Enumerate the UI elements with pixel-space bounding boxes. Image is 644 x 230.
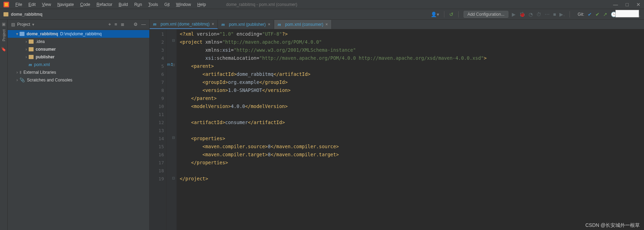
tab-pom-root[interactable]: m pom.xml (dome_rabbitmq) ×: [150, 20, 218, 29]
chevron-down-icon[interactable]: ▾: [15, 31, 20, 36]
menu-bar: File Edit View Navigate Code Refactor Bu…: [0, 0, 644, 9]
tree-module-consumer[interactable]: › consumer: [8, 45, 149, 53]
git-commit-icon[interactable]: ✔: [595, 12, 600, 17]
tree-module-publisher[interactable]: › publisher: [8, 53, 149, 61]
maximize-icon[interactable]: □: [626, 2, 629, 7]
stop-icon[interactable]: ■: [553, 12, 556, 17]
collapse-all-icon[interactable]: ≣: [121, 22, 124, 27]
close-tab-icon[interactable]: ×: [268, 22, 270, 27]
build-hammer-icon[interactable]: ↺: [449, 12, 453, 17]
menu-git[interactable]: Git: [164, 2, 170, 7]
maven-file-icon: m: [278, 22, 281, 27]
chevron-right-icon[interactable]: ›: [24, 55, 29, 59]
navigation-bar: dome_rabbitmq 👤▾ ↺ Add Configuration... …: [0, 9, 644, 20]
project-icon: [20, 32, 24, 36]
editor-body: 12345678910111213141516171819 m↥ ⊟ ⊟ ⊟ ⊡…: [150, 29, 644, 230]
rail-project-label[interactable]: Project: [2, 29, 6, 41]
tree-scratches[interactable]: › 📎 Scratches and Consoles: [8, 76, 149, 84]
tab-pom-consumer[interactable]: m pom.xml (consumer) ×: [274, 20, 332, 29]
main-area: ▣ Project 🔖 ▤ Project ▾ ⌖ ≡ ≣ ⚙ — ▾ dome…: [0, 20, 644, 230]
select-opened-file-icon[interactable]: ⌖: [108, 22, 111, 27]
menu-edit[interactable]: Edit: [28, 2, 36, 7]
debug-icon[interactable]: 🐞: [519, 12, 525, 17]
git-label: Git:: [578, 12, 584, 17]
git-push-icon[interactable]: ↗: [603, 12, 607, 17]
menu-file[interactable]: File: [15, 2, 22, 7]
close-tab-icon[interactable]: ×: [325, 22, 328, 27]
panel-settings-icon[interactable]: ⚙: [134, 22, 138, 27]
libraries-icon: ⫴: [20, 70, 21, 75]
chevron-right-icon[interactable]: ›: [15, 78, 20, 82]
line-number-gutter[interactable]: 12345678910111213141516171819: [150, 29, 166, 230]
editor-tabs: m pom.xml (dome_rabbitmq) × m pom.xml (p…: [150, 20, 644, 29]
maven-file-icon: m: [153, 22, 156, 27]
menu-code[interactable]: Code: [80, 2, 90, 7]
project-view-chevron-icon[interactable]: ▾: [32, 22, 34, 27]
rail-project-icon[interactable]: ▣: [2, 22, 6, 27]
folder-icon: [29, 39, 34, 44]
scratches-icon: 📎: [20, 78, 25, 82]
expand-all-icon[interactable]: ≡: [114, 22, 117, 27]
close-tab-icon[interactable]: ×: [212, 22, 214, 27]
code-editor[interactable]: <?xml version="1.0" encoding="UTF-8"?> <…: [177, 29, 644, 230]
tree-external-libraries[interactable]: › ⫴ External Libraries: [8, 69, 149, 76]
menu-navigate[interactable]: Navigate: [57, 2, 74, 7]
window-title: dome_rabbitmq - pom.xml (consumer): [226, 2, 297, 7]
coverage-icon[interactable]: ◔: [529, 12, 533, 17]
add-configuration-button[interactable]: Add Configuration...: [464, 11, 508, 18]
menu-run[interactable]: Run: [134, 2, 142, 7]
chevron-right-icon[interactable]: ›: [24, 47, 29, 52]
profile-icon[interactable]: ⏱: [536, 12, 541, 17]
minimize-icon[interactable]: —: [613, 2, 618, 7]
project-view-icon: ▤: [11, 22, 15, 27]
git-update-icon[interactable]: ✔: [588, 12, 592, 17]
menu-tools[interactable]: Tools: [148, 2, 158, 7]
menu-refactor[interactable]: Refactor: [96, 2, 112, 7]
chevron-right-icon[interactable]: ›: [24, 39, 29, 44]
maven-file-icon: m: [29, 62, 32, 67]
chevron-right-icon[interactable]: ›: [15, 70, 20, 75]
maven-file-icon: m: [221, 22, 224, 27]
breadcrumb-project[interactable]: dome_rabbitmq: [3, 12, 42, 17]
module-icon: [29, 47, 34, 51]
left-tool-rail: ▣ Project 🔖: [0, 20, 8, 230]
fold-gutter[interactable]: m↥ ⊟ ⊟ ⊟ ⊡: [166, 29, 177, 230]
tab-pom-publisher[interactable]: m pom.xml (publisher) ×: [218, 20, 274, 29]
tree-root-project[interactable]: ▾ dome_rabbitmq D:\mq\dome_rabbitmq: [8, 30, 149, 38]
run-icon[interactable]: ▶: [512, 12, 516, 17]
folder-icon: [3, 12, 8, 16]
menu-window[interactable]: Window: [176, 2, 191, 7]
module-icon: [29, 55, 34, 59]
project-tree[interactable]: ▾ dome_rabbitmq D:\mq\dome_rabbitmq › .i…: [8, 29, 149, 230]
menu-build[interactable]: Build: [119, 2, 128, 7]
project-tool-window: ▤ Project ▾ ⌖ ≡ ≣ ⚙ — ▾ dome_rabbitmq D:…: [8, 20, 150, 230]
run-anything-icon[interactable]: ▶.: [559, 12, 565, 17]
menu-view[interactable]: View: [42, 2, 51, 7]
editor-area: m pom.xml (dome_rabbitmq) × m pom.xml (p…: [150, 20, 644, 230]
menu-help[interactable]: Help: [197, 2, 206, 7]
project-panel-title[interactable]: Project: [17, 22, 30, 27]
project-panel-header: ▤ Project ▾ ⌖ ≡ ≣ ⚙ —: [8, 20, 149, 29]
rail-bookmark-icon[interactable]: 🔖: [1, 47, 6, 52]
panel-hide-icon[interactable]: —: [141, 22, 146, 27]
app-logo-icon: [3, 2, 9, 7]
close-icon[interactable]: ✕: [636, 2, 641, 7]
watermark-text: CSDN @长安城外一根草: [585, 222, 640, 229]
tree-folder-idea[interactable]: › .idea: [8, 38, 149, 45]
attach-icon[interactable]: ⋯: [545, 12, 550, 17]
tree-file-pom[interactable]: m pom.xml: [8, 61, 149, 69]
user-icon[interactable]: 👤▾: [431, 12, 439, 17]
